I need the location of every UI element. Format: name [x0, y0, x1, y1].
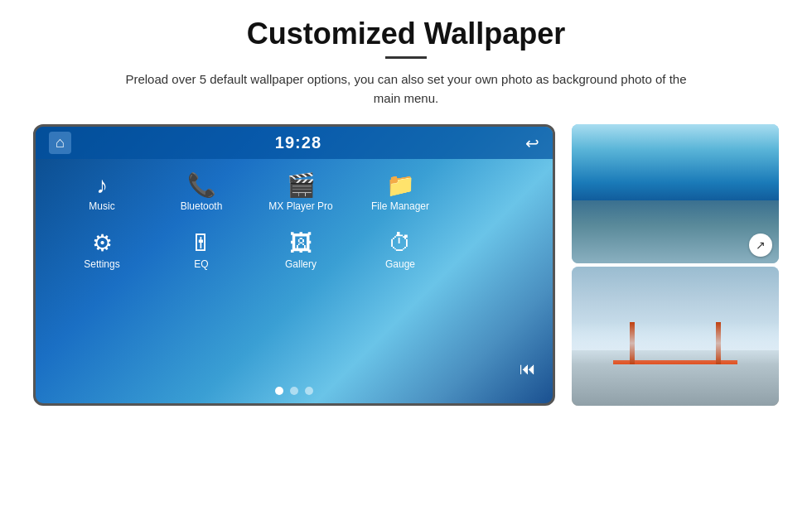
app-eq[interactable]: 🎚 EQ — [152, 225, 251, 277]
dot-1[interactable] — [275, 387, 283, 395]
app-settings[interactable]: ⚙ Settings — [52, 225, 152, 277]
gauge-label: Gauge — [385, 258, 415, 270]
photo-bridge — [572, 267, 779, 406]
page-subtitle: Preload over 5 default wallpaper options… — [116, 70, 696, 108]
music-icon: ♪ — [96, 174, 108, 197]
screen-topbar: ⌂ 19:28 ↩ — [36, 127, 553, 159]
photo-bridge-inner — [572, 267, 779, 406]
app-mxplayer[interactable]: 🎬 MX Player Pro — [251, 167, 350, 219]
mxplayer-icon: 🎬 — [287, 174, 316, 197]
skip-button[interactable]: ⏮ — [520, 359, 536, 378]
mxplayer-label: MX Player Pro — [268, 200, 332, 212]
apps-row-2: ⚙ Settings 🎚 EQ 🖼 Gallery ⏱ Gauge — [52, 225, 536, 277]
dot-2[interactable] — [290, 387, 298, 395]
app-gallery[interactable]: 🖼 Gallery — [251, 225, 350, 277]
home-icon-wrap[interactable]: ⌂ — [49, 132, 71, 154]
ice-bottom — [572, 200, 779, 263]
title-underline — [385, 56, 427, 59]
app-bluetooth[interactable]: 📞 Bluetooth — [152, 167, 251, 219]
home-icon: ⌂ — [56, 134, 65, 151]
page-title: Customized Wallpaper — [247, 17, 566, 51]
photo-ice: ↗ — [572, 124, 779, 263]
app-gauge[interactable]: ⏱ Gauge — [350, 225, 450, 277]
bluetooth-icon: 📞 — [187, 174, 216, 197]
ice-top — [572, 124, 779, 208]
screen-dots — [36, 387, 553, 395]
app-filemanager[interactable]: 📁 File Manager — [350, 167, 450, 219]
car-screen: ⌂ 19:28 ↩ ♪ Music 📞 Bluetooth — [33, 124, 555, 406]
screen-time: 19:28 — [275, 133, 321, 152]
back-icon[interactable]: ↩ — [525, 133, 539, 153]
gauge-icon: ⏱ — [389, 232, 412, 255]
music-label: Music — [89, 200, 114, 212]
content-row: ⌂ 19:28 ↩ ♪ Music 📞 Bluetooth — [33, 124, 779, 406]
bridge-fog — [572, 322, 779, 364]
bluetooth-label: Bluetooth — [181, 200, 223, 212]
eq-icon: 🎚 — [190, 232, 213, 255]
settings-icon: ⚙ — [92, 232, 113, 255]
dot-3[interactable] — [305, 387, 313, 395]
gallery-icon: 🖼 — [289, 232, 312, 255]
photo-ice-inner — [572, 124, 779, 263]
filemanager-label: File Manager — [371, 200, 429, 212]
gallery-label: Gallery — [285, 258, 317, 270]
photo-badge: ↗ — [749, 234, 772, 257]
eq-label: EQ — [194, 258, 208, 270]
photos-column: ↗ — [572, 124, 779, 406]
settings-label: Settings — [84, 258, 119, 270]
apps-area: ♪ Music 📞 Bluetooth 🎬 MX Player Pro 📁 Fi… — [36, 159, 553, 291]
app-music[interactable]: ♪ Music — [52, 167, 152, 219]
apps-row-1: ♪ Music 📞 Bluetooth 🎬 MX Player Pro 📁 Fi… — [52, 167, 536, 219]
filemanager-icon: 📁 — [386, 174, 415, 197]
page-container: Customized Wallpaper Preload over 5 defa… — [0, 0, 812, 525]
